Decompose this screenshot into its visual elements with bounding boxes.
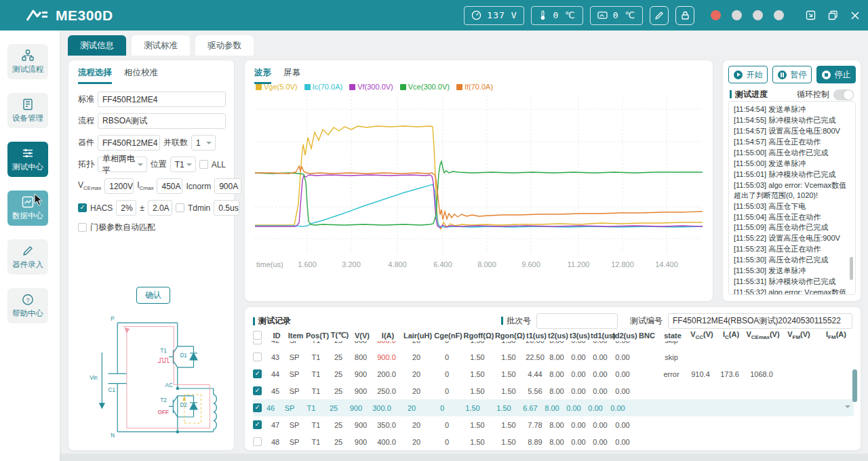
table-cell: 8.00 (546, 341, 568, 344)
tab-test-standard[interactable]: 测试标准 (132, 35, 190, 56)
flow-input[interactable]: RBSOA测试 (98, 113, 226, 129)
chart-legend: Vge(5.0V) Ic(70.0A) Vf(300.0V) Vce(300.0… (256, 83, 493, 91)
row-checkbox[interactable] (253, 341, 262, 344)
pen-tool-button[interactable] (650, 6, 669, 25)
test-records-panel: 测试记录 批次号 测试编号 FF450R12ME4(RBSOA测试)202405… (244, 306, 861, 451)
topology-select[interactable]: 单相两电平 (98, 157, 147, 172)
test-number-label: 测试编号 (630, 315, 663, 327)
table-cell: T1 (304, 370, 328, 378)
subtab-waveform[interactable]: 波形 (254, 67, 271, 84)
footer-strip (0, 454, 868, 461)
table-cell: 22.50 (524, 353, 546, 361)
vcemax-input[interactable]: 1200V (104, 178, 134, 194)
temp-display-1: 0 ℃ (531, 6, 583, 25)
table-cell: 350.0 (372, 421, 401, 429)
log-entry: [11:55:32] algo error: Vcemax数值超出了判断范围(0… (734, 287, 848, 295)
x-axis-title: time(us) (256, 260, 283, 268)
table-row[interactable]: 47SPT125900350.02001.501.507.788.000.000… (253, 416, 854, 433)
pause-button[interactable]: 暂停 (772, 66, 812, 83)
table-cell: 1068.0 (744, 370, 779, 378)
row-checkbox[interactable] (253, 353, 262, 361)
table-row[interactable]: 43SPT125800900.02001.501.5022.508.000.00… (253, 348, 854, 365)
confirm-button[interactable]: 确认 (136, 287, 170, 304)
test-progress-log[interactable]: [11:54:54] 发送单脉冲[11:54:55] 脉冲模块动作已完成[11:… (728, 101, 856, 295)
standard-input[interactable]: FF450R12ME4 (98, 92, 226, 107)
parallel-select[interactable]: 1 (191, 135, 216, 151)
table-cell: 0.00 (568, 353, 589, 361)
log-entry: [11:54:57] 高压仓正在动作 (734, 137, 848, 147)
main-tabs: 测试信息 测试标准 驱动参数 (68, 35, 254, 56)
log-entry: [11:55:03] 高压仓下电 (734, 201, 848, 212)
status-indicators (711, 10, 784, 20)
sidebar-item-test-center[interactable]: 测试中心 (7, 142, 48, 177)
loop-control-toggle[interactable] (833, 89, 854, 100)
icnorm-input[interactable]: 900A (214, 178, 241, 194)
legend-item: Vf(300.0V) (349, 83, 393, 91)
sidebar-item-test-flow[interactable]: 测试流程 (7, 44, 48, 79)
x-tick-label: 11.200 (568, 260, 590, 268)
legend-item: Ic(70.0A) (304, 83, 343, 91)
row-checkbox[interactable] (253, 386, 262, 395)
batch-input[interactable] (536, 313, 618, 329)
stop-button[interactable]: 停止 (816, 66, 856, 83)
table-cell: 48 (267, 438, 284, 446)
table-cell: 1.50 (493, 387, 524, 395)
row-checkbox[interactable] (253, 437, 262, 446)
table-cell: SP (284, 421, 304, 429)
table-row[interactable]: 42SPT125800800.02001.501.5020.008.000.00… (253, 341, 854, 348)
tab-test-info[interactable]: 测试信息 (68, 35, 126, 56)
table-cell: SP (284, 370, 304, 378)
sidebar-item-help-center[interactable]: ? 帮助中心 (7, 288, 48, 323)
subtab-flow-select[interactable]: 流程选择 (78, 67, 112, 84)
log-scrollbar-thumb[interactable] (850, 257, 853, 280)
table-cell: 47 (267, 421, 284, 429)
hacs-percent-input[interactable]: 2% (116, 200, 136, 216)
table-cell: 0.00 (606, 404, 629, 412)
tab-drive-params[interactable]: 驱动参数 (195, 35, 254, 56)
hacs-checkbox[interactable] (78, 203, 87, 212)
tdmin-input[interactable]: 0.5us (214, 200, 239, 216)
device-input[interactable]: FF450R12ME4 (98, 135, 160, 151)
table-row[interactable]: 48SPT125900400.02001.501.508.898.000.000… (253, 433, 854, 447)
row-checkbox[interactable] (253, 420, 262, 429)
records-title: 测试记录 (258, 315, 291, 327)
table-cell: 1.50 (493, 438, 524, 446)
sidebar-item-device-mgmt[interactable]: 设备管理 (7, 93, 48, 128)
legend-swatch (456, 84, 462, 90)
lock-tool-button[interactable] (675, 6, 694, 25)
row-checkbox[interactable] (253, 331, 262, 340)
row-checkbox[interactable] (253, 369, 262, 378)
table-row[interactable]: 45SPT125900250.02001.501.505.568.000.000… (253, 382, 854, 399)
legend-swatch (304, 84, 311, 90)
icmax-input[interactable]: 450A (157, 178, 182, 194)
popout-icon[interactable] (806, 10, 816, 20)
test-number-input[interactable]: FF450R12ME4(RBSOA测试)20240530115522 (668, 313, 852, 329)
gate-auto-checkbox[interactable] (78, 223, 87, 232)
table-cell: SP (284, 387, 304, 395)
sidebar-item-device-entry[interactable]: 器件录入 (7, 239, 48, 275)
trace-Vf (255, 175, 703, 228)
table-cell: 25 (328, 387, 349, 395)
hacs-tolerance-input[interactable]: 2.0A (148, 200, 172, 216)
close-icon[interactable] (850, 11, 860, 20)
row-checkbox[interactable] (253, 403, 262, 412)
log-entry: [11:55:04] 高压仓正在动作 (734, 212, 848, 222)
subtab-phase-calibration[interactable]: 相位校准 (124, 67, 158, 84)
table-scrollbar-thumb[interactable] (852, 369, 857, 402)
table-row[interactable]: 46SPT125900300.02001.501.506.678.000.000… (253, 399, 854, 416)
tdmin-checkbox[interactable] (176, 203, 184, 212)
restore-icon[interactable] (828, 10, 838, 20)
table-cell: T1 (304, 438, 328, 446)
table-cell: 0.00 (589, 341, 611, 344)
column-header: Lair(uH) (402, 332, 433, 340)
position-select[interactable]: T1 (170, 157, 196, 172)
column-header: BNC (635, 332, 658, 340)
subtab-screen[interactable]: 屏幕 (283, 67, 300, 84)
table-cell: 0 (432, 387, 462, 395)
log-entry: [11:55:00] 高压仓动作已完成 (734, 148, 848, 158)
table-row[interactable]: 44SPT125900200.02001.501.504.448.000.000… (253, 365, 854, 382)
data-chart-icon (22, 196, 34, 208)
table-body: 42SPT125800800.02001.501.5020.008.000.00… (253, 341, 854, 447)
all-checkbox[interactable] (199, 160, 208, 169)
start-button[interactable]: 开始 (728, 66, 768, 83)
